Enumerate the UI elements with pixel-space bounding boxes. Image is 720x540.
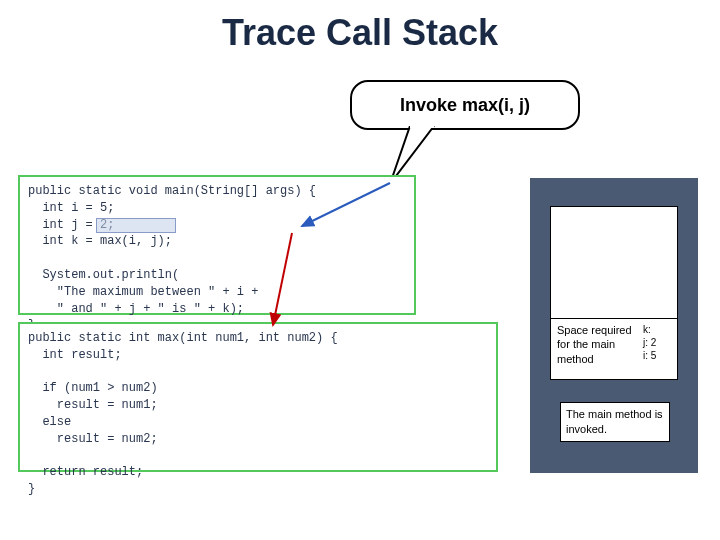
- stack-note: The main method is invoked.: [560, 402, 670, 442]
- stack-frame-vars: k: j: 2 i: 5: [643, 323, 671, 375]
- slide-title: Trace Call Stack: [0, 12, 720, 54]
- callout-text: Invoke max(i, j): [400, 95, 530, 116]
- stack-frame-main: Space required for the main method k: j:…: [550, 318, 678, 380]
- code-highlight: [96, 218, 176, 233]
- callout-bubble: Invoke max(i, j): [350, 80, 580, 130]
- stack-frame-label: Space required for the main method: [557, 323, 643, 375]
- code-main-method: public static void main(String[] args) {…: [18, 175, 416, 315]
- code-max-method: public static int max(int num1, int num2…: [18, 322, 498, 472]
- call-stack-panel: Space required for the main method k: j:…: [530, 178, 698, 473]
